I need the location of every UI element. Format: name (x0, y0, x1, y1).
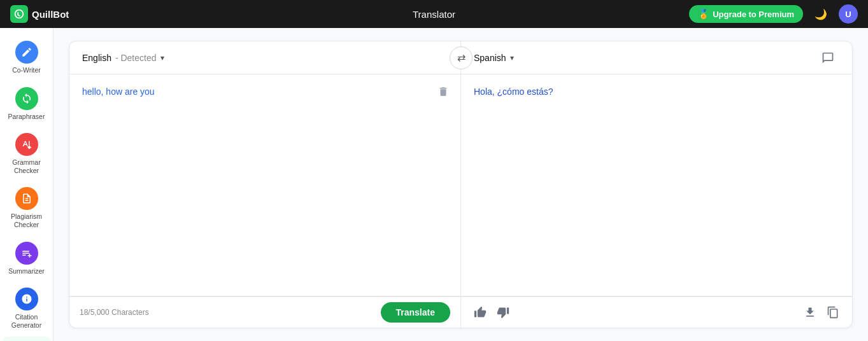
source-text-area (69, 74, 461, 296)
page-title: Translator (413, 9, 455, 20)
text-areas: Hola, ¿cómo estás? (69, 74, 852, 296)
target-bottom-bar (461, 296, 852, 328)
logo-icon (10, 5, 28, 23)
target-language-button[interactable]: Spanish ▾ (474, 53, 514, 63)
source-language-name: English (82, 53, 111, 63)
quillbot-logo[interactable]: QuillBot (10, 5, 69, 23)
translate-button[interactable]: Translate (381, 302, 450, 323)
source-input[interactable] (69, 74, 460, 296)
sidebar-item-translator[interactable]: Translator (3, 337, 51, 341)
target-language-name: Spanish (474, 53, 506, 63)
bottom-bar: 18/5,000 Characters Translate (69, 296, 852, 328)
source-language-chevron: ▾ (160, 53, 164, 62)
target-text-area: Hola, ¿cómo estás? (461, 74, 852, 296)
nav-left: QuillBot (10, 5, 69, 23)
citation-generator-icon (15, 288, 38, 310)
thumbs-down-button[interactable] (494, 303, 512, 321)
language-source-section: English - Detected ▾ (69, 41, 461, 74)
user-avatar[interactable]: U (839, 4, 858, 24)
main-layout: Co-Writer Paraphraser Grammar Checker Pl… (0, 28, 868, 341)
delete-button[interactable] (435, 83, 452, 102)
grammar-checker-label: Grammar Checker (6, 158, 47, 174)
plagiarism-checker-label: Plagiarism Checker (6, 212, 47, 228)
sidebar-item-paraphraser[interactable]: Paraphraser (3, 82, 51, 126)
dark-mode-button[interactable]: 🌙 (811, 4, 831, 24)
crown-icon: 🏅 (698, 9, 709, 19)
thumbs-up-button[interactable] (471, 303, 489, 321)
sidebar-item-plagiarism-checker[interactable]: Plagiarism Checker (3, 182, 51, 233)
notes-button[interactable] (816, 46, 839, 69)
top-navigation: QuillBot Translator 🏅 Upgrade to Premium… (0, 0, 868, 28)
language-target-section: Spanish ▾ (461, 41, 852, 74)
upgrade-button[interactable]: 🏅 Upgrade to Premium (689, 5, 803, 23)
sidebar-item-summarizer[interactable]: Summarizer (3, 237, 51, 281)
main-content: English - Detected ▾ ⇄ Spanish ▾ (53, 28, 868, 341)
nav-right: 🏅 Upgrade to Premium 🌙 U (689, 4, 858, 24)
citation-generator-label: Citation Generator (6, 313, 47, 329)
swap-languages-button[interactable]: ⇄ (450, 46, 473, 69)
paraphraser-label: Paraphraser (8, 113, 45, 121)
language-bar: English - Detected ▾ ⇄ Spanish ▾ (69, 41, 852, 74)
action-buttons (801, 303, 842, 321)
grammar-checker-icon (15, 133, 38, 156)
target-language-chevron: ▾ (510, 53, 514, 62)
source-detected-label: - Detected (115, 53, 157, 63)
source-language-button[interactable]: English - Detected ▾ (82, 53, 164, 63)
plagiarism-checker-icon (15, 187, 38, 210)
sidebar: Co-Writer Paraphraser Grammar Checker Pl… (0, 28, 53, 341)
logo-text: QuillBot (32, 9, 69, 20)
sidebar-item-grammar-checker[interactable]: Grammar Checker (3, 128, 51, 179)
summarizer-label: Summarizer (8, 267, 45, 275)
upgrade-label: Upgrade to Premium (713, 10, 794, 19)
co-writer-icon (15, 41, 38, 64)
sidebar-item-citation-generator[interactable]: Citation Generator (3, 282, 51, 334)
feedback-buttons (471, 303, 512, 321)
translator-panel: English - Detected ▾ ⇄ Spanish ▾ (69, 41, 853, 328)
paraphraser-icon (15, 87, 38, 110)
char-count: 18/5,000 Characters (80, 308, 149, 317)
translated-output: Hola, ¿cómo estás? (461, 74, 852, 296)
co-writer-label: Co-Writer (12, 66, 41, 74)
source-bottom-bar: 18/5,000 Characters Translate (69, 296, 461, 328)
sidebar-item-co-writer[interactable]: Co-Writer (3, 36, 51, 80)
copy-button[interactable] (824, 303, 842, 321)
download-button[interactable] (801, 303, 819, 321)
summarizer-icon (15, 242, 38, 265)
